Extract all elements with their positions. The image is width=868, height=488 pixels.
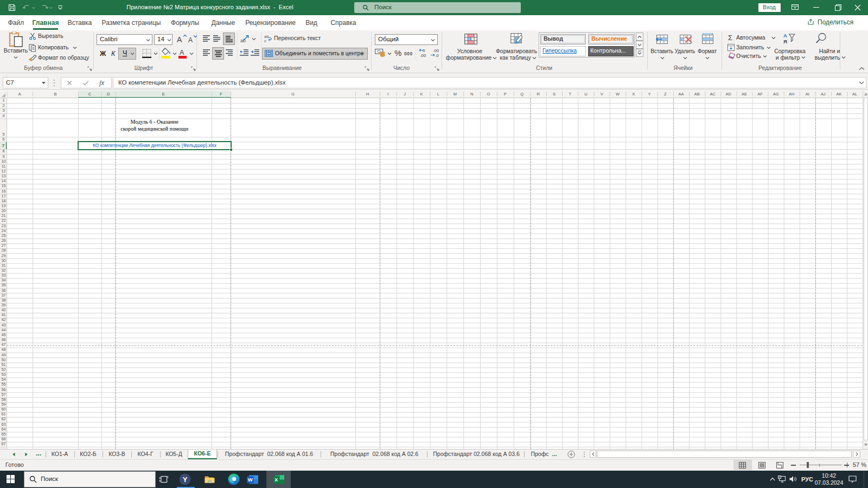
svg-text:X: X <box>275 477 278 483</box>
svg-text:W: W <box>248 477 253 483</box>
svg-text:Y: Y <box>183 476 188 484</box>
